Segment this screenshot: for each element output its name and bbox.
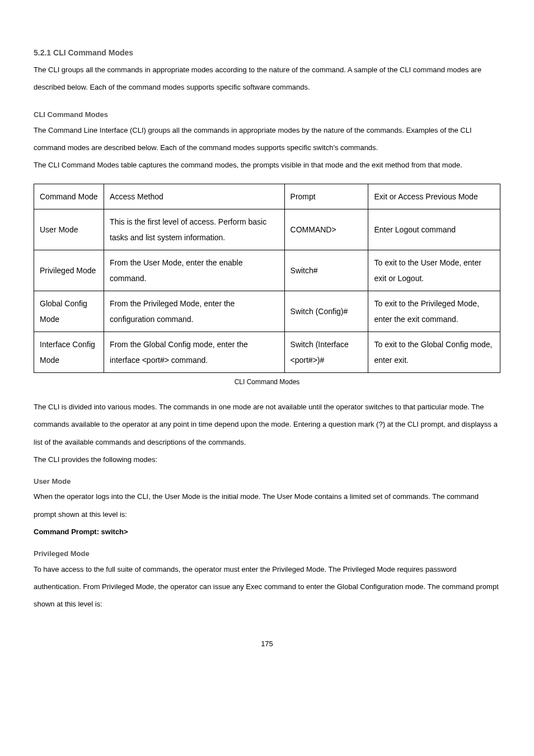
cli-term: Command Line Interface (CLI) — [48, 126, 146, 134]
table-row: Interface Config Mode From the Global Co… — [34, 332, 500, 373]
table-intro-paragraph: The CLI Command Modes table captures the… — [34, 156, 500, 174]
cell-access: From the Privileged Mode, enter the conf… — [104, 291, 284, 332]
text-prefix: The — [34, 126, 48, 134]
table-header-row: Command Mode Access Method Prompt Exit o… — [34, 184, 500, 209]
cell-access: This is the first level of access. Perfo… — [104, 209, 284, 250]
cell-exit: Enter Logout command — [368, 209, 500, 250]
section-heading: 5.2.1 CLI Command Modes — [34, 47, 500, 59]
cell-exit: To exit to the Global Config mode, enter… — [368, 332, 500, 373]
priv-mode-paragraph: To have access to the full suite of comm… — [34, 561, 500, 613]
page-number: 175 — [34, 635, 500, 652]
intro-paragraph: The CLI groups all the commands in appro… — [34, 61, 500, 96]
cell-exit: To exit to the User Mode, enter exit or … — [368, 250, 500, 291]
user-mode-paragraph: When the operator logs into the CLI, the… — [34, 488, 500, 522]
cell-prompt: COMMAND> — [284, 209, 368, 250]
cell-access: From the User Mode, enter the enable com… — [104, 250, 284, 291]
cell-prompt: Switch (Interface <port#>)# — [284, 332, 368, 373]
cell-mode: Privileged Mode — [34, 250, 104, 291]
table-row: Global Config Mode From the Privileged M… — [34, 291, 500, 332]
priv-mode-heading: Privileged Mode — [34, 548, 500, 559]
cell-exit: To exit to the Privileged Mode, enter th… — [368, 291, 500, 332]
cli-description-paragraph: The Command Line Interface (CLI) groups … — [34, 122, 500, 156]
header-access-method: Access Method — [104, 184, 284, 209]
modes-overview-paragraph: The CLI is divided into various modes. T… — [34, 398, 500, 451]
cell-mode: User Mode — [34, 209, 104, 250]
modes-list-intro: The CLI provides the following modes: — [34, 451, 500, 468]
sub-heading-cli-modes: CLI Command Modes — [34, 109, 500, 120]
table-caption: CLI Command Modes — [34, 377, 500, 387]
cell-mode: Global Config Mode — [34, 291, 104, 332]
user-mode-prompt-text: Command Prompt: switch> — [34, 523, 500, 540]
header-exit: Exit or Access Previous Mode — [368, 184, 500, 209]
table-row: Privileged Mode From the User Mode, ente… — [34, 250, 500, 291]
user-mode-heading: User Mode — [34, 476, 500, 487]
cell-mode: Interface Config Mode — [34, 332, 104, 373]
table-row: User Mode This is the first level of acc… — [34, 209, 500, 250]
cell-prompt: Switch (Config)# — [284, 291, 368, 332]
header-prompt: Prompt — [284, 184, 368, 209]
cli-modes-table: Command Mode Access Method Prompt Exit o… — [34, 184, 500, 373]
cell-access: From the Global Config mode, enter the i… — [104, 332, 284, 373]
header-command-mode: Command Mode — [34, 184, 104, 209]
cell-prompt: Switch# — [284, 250, 368, 291]
